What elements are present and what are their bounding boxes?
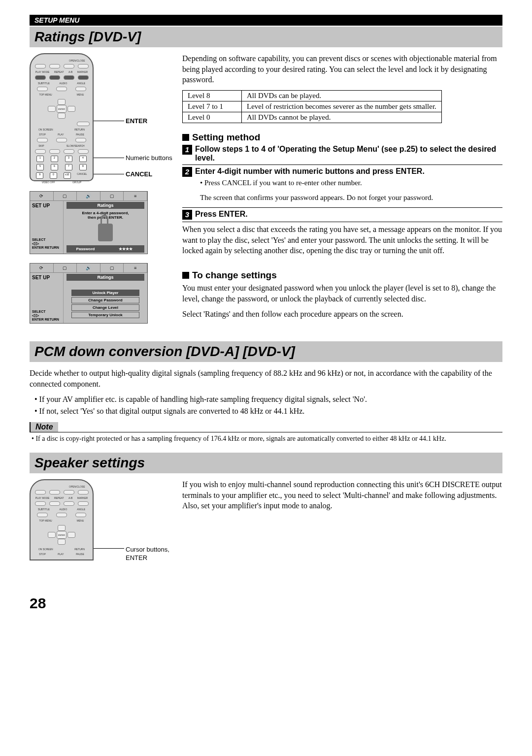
remote-illustration-2: OPEN/CLOSE PLAY MODEREPEATA-BMARKER SUBT… (30, 479, 172, 560)
osd-icon-4: ▢ (100, 192, 124, 200)
subtitle-label-2: SUBTITLE (38, 508, 50, 511)
stop-label: STOP (39, 133, 46, 136)
angle-label: ANGLE (77, 82, 85, 85)
page-number: 28 (30, 595, 502, 612)
pcm-heading-bar: PCM down conversion [DVD-A] [DVD-V] (30, 341, 502, 362)
osd-tab-ratings: Ratings (66, 202, 144, 209)
pause-label: PAUSE (76, 133, 84, 136)
setting-method-heading: Setting method (182, 132, 502, 143)
group-label: GROUP (72, 181, 81, 184)
note-text: • If a disc is copy-right protected or h… (30, 434, 502, 444)
step-3: 3 Press ENTER. (182, 210, 502, 220)
cancel-label: CANCEL (77, 172, 87, 179)
play-mode-label-2: PLAY MODE (35, 496, 50, 499)
osd-password: ⟳ ▢ 🔊 ▢ ≡ SET UP SELECT ◁ ▷ ENTER RETURN… (30, 191, 148, 254)
marker-label: MARKER (77, 70, 88, 73)
osd-select-label-2: SELECT (32, 310, 61, 313)
callout-enter-2: ENTER (126, 554, 147, 561)
slow-search-label: SLOW/SEARCH (66, 144, 85, 147)
osd-option-temp-unlock: Temporary Unlock (71, 312, 139, 318)
table-row: Level 7 to 1Level of restriction becomes… (183, 101, 442, 112)
angle-label-2: ANGLE (77, 508, 85, 511)
osd-icon-3: 🔊 (77, 192, 100, 200)
menu-label: MENU (77, 93, 84, 96)
osd-option-unlock: Unlock Player (71, 290, 139, 296)
pcm-bullet-2: • If not, select 'Yes' so that digital o… (30, 406, 502, 417)
play-label-2: PLAY (58, 553, 64, 556)
osd-setup-label-2: SET UP (32, 275, 61, 280)
return-label-2: RETURN (74, 548, 85, 551)
pause-label-2: PAUSE (76, 553, 84, 556)
setting-method-text: Setting method (192, 132, 260, 142)
cell-level0-desc: All DVDs cannot be played. (242, 112, 442, 123)
top-menu-label: TOP MENU (39, 93, 52, 96)
ab-label: A-B (68, 70, 72, 73)
play-mode-label: PLAY MODE (35, 70, 50, 73)
osd-option-change-pw: Change Password (71, 297, 139, 303)
enter-button-2: ENTER (57, 531, 66, 539)
osd-icon-2: ▢ (54, 192, 77, 200)
square-bullet-icon (182, 134, 189, 141)
step-number-2: 2 (182, 167, 192, 177)
osd-password-value: ★★★★ (108, 247, 143, 251)
open-close-label: OPEN/CLOSE (69, 59, 85, 62)
osd-icon-1: ⟳ (30, 192, 54, 200)
video-off-label: VIDEO OFF (42, 181, 55, 184)
osd-icon-5: ≡ (124, 192, 147, 200)
to-change-text: To change settings (192, 270, 277, 280)
callout-cancel: CANCEL (126, 170, 152, 178)
audio-label: AUDIO (60, 82, 67, 85)
onscreen-label-2: ON SCREEN (38, 548, 53, 551)
note-label: Note (30, 422, 58, 432)
play-label: PLAY (58, 133, 64, 136)
dpad-down-2 (58, 539, 66, 545)
osd-icon-4b: ▢ (100, 263, 124, 272)
speaker-heading-bar: Speaker settings (30, 453, 502, 473)
osd-icon-3b: 🔊 (77, 263, 100, 272)
osd-option-change-level: Change Level (71, 304, 139, 311)
step-1: 1 Follow steps 1 to 4 of 'Operating the … (182, 145, 502, 163)
step-2-bullet: • Press CANCEL if you want to re-enter o… (200, 178, 502, 188)
remote-illustration-1: OPEN/CLOSE PLAY MODEREPEATA-BMARKER SUBT… (30, 53, 172, 181)
callout-cursor-enter: Cursor buttons, ENTER (126, 546, 200, 562)
pcm-heading: PCM down conversion [DVD-A] [DVD-V] (34, 344, 498, 360)
step-2: 2 Enter 4-digit number with numeric butt… (182, 167, 502, 177)
return-label: RETURN (74, 128, 85, 131)
osd-options: ⟳ ▢ 🔊 ▢ ≡ SET UP SELECT ◁ ▷ ENTER RETURN… (30, 263, 148, 324)
subtitle-label: SUBTITLE (38, 82, 50, 85)
osd-password-label: Password (68, 247, 103, 251)
to-change-p1: You must enter your designated password … (182, 283, 502, 304)
cell-level8-desc: All DVDs can be played. (242, 90, 442, 101)
setup-menu-bar: SETUP MENU (30, 15, 502, 26)
to-change-p2: Select 'Ratings' and then follow each pr… (182, 309, 502, 320)
dpad-right (67, 106, 75, 112)
pcm-intro: Decide whether to output high-quality di… (30, 368, 502, 389)
to-change-heading: To change settings (182, 270, 502, 281)
cell-level8: Level 8 (183, 90, 242, 101)
step-3-text: Press ENTER. (195, 210, 248, 218)
cell-level7to1-desc: Level of restriction becomes severer as … (242, 101, 442, 112)
open-close-label-2: OPEN/CLOSE (69, 485, 85, 488)
step-2-para: The screen that confirms your password a… (200, 193, 502, 202)
enter-button: ENTER (57, 105, 66, 113)
ratings-heading: Ratings [DVD-V] (34, 29, 498, 45)
table-row: Level 0All DVDs cannot be played. (183, 112, 442, 123)
callout-numeric: Numeric buttons (126, 154, 172, 162)
step-1-text: Follow steps 1 to 4 of 'Operating the Se… (195, 145, 496, 162)
step-number-1: 1 (182, 145, 192, 155)
osd-icon-1b: ⟳ (30, 263, 54, 272)
step-2-text: Enter 4-digit number with numeric button… (195, 167, 425, 175)
table-row: Level 8All DVDs can be played. (183, 90, 442, 101)
osd-icon-2b: ▢ (54, 263, 77, 272)
repeat-label-2: REPEAT (54, 496, 64, 499)
ab-label-2: A-B (68, 496, 72, 499)
osd-enter-return-label: ENTER RETURN (32, 246, 61, 249)
marker-label-2: MARKER (77, 496, 88, 499)
osd-icon-5b: ≡ (124, 263, 147, 272)
cell-level0: Level 0 (183, 112, 242, 123)
dpad-up-2 (58, 525, 66, 531)
speaker-heading: Speaker settings (34, 455, 498, 471)
ratings-after: When you select a disc that exceeds the … (182, 224, 502, 256)
onscreen-label: ON SCREEN (38, 128, 53, 131)
callout-cursor: Cursor buttons, (126, 546, 169, 553)
